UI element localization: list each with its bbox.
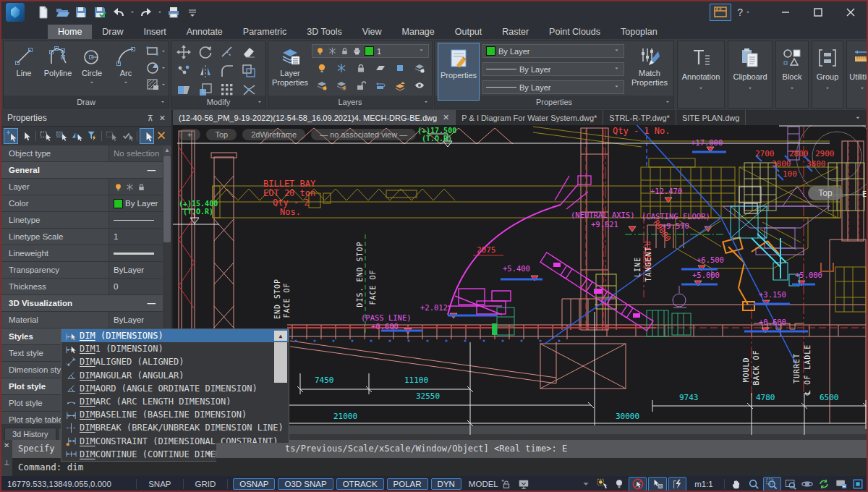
sel-prev-button[interactable]	[104, 128, 119, 144]
sel-pointer-button[interactable]	[19, 128, 33, 144]
toggle-osnap[interactable]: OSNAP	[233, 478, 275, 490]
ribbon-tab-output[interactable]: Output	[445, 25, 493, 39]
sel-crossing-button[interactable]	[54, 128, 69, 144]
document-tab-4[interactable]: SITE PLAN.dwg	[676, 110, 746, 125]
section-header-3d-visualization[interactable]: 3D Visualization—	[1, 295, 163, 312]
layer-select[interactable]: 1	[312, 44, 429, 58]
document-tab-2[interactable]: P & I Diagram For Water System.dwg*	[456, 110, 603, 125]
ribbon-tab-annotate[interactable]: Annotate	[176, 25, 233, 39]
modify-fillet-button[interactable]	[216, 62, 238, 80]
autocomplete-item[interactable]: DIMBASELINE (BASELINE DIMENSION)	[61, 408, 289, 421]
property-value[interactable]: 0	[109, 279, 163, 294]
display-save-button[interactable]	[833, 478, 848, 491]
chevron-down-icon[interactable]	[422, 98, 430, 107]
layer-tool-stack-snowflake-button[interactable]	[331, 77, 351, 94]
chevron-down-icon[interactable]	[159, 98, 166, 107]
sel-new-button[interactable]	[4, 128, 18, 144]
toggle-grid[interactable]: GRID	[189, 478, 223, 490]
match-properties-button[interactable]: MatchProperties	[627, 41, 672, 87]
ribbon-tab-point-clouds[interactable]: Point Clouds	[539, 25, 610, 39]
property-value[interactable]	[109, 179, 163, 195]
scroll-up-icon[interactable]: ▲	[274, 331, 287, 341]
modify-explode-button[interactable]	[238, 80, 260, 99]
qat-redo-button[interactable]	[137, 4, 155, 21]
layer-tool-stack-move-button[interactable]	[390, 77, 409, 94]
qat-print-button[interactable]	[165, 4, 182, 21]
property-value[interactable]: ByLayer	[109, 312, 163, 328]
autocomplete-item[interactable]: DIMAORD (ANGLE ORDINATE DIMENSION)	[61, 382, 289, 395]
chevron-down-icon[interactable]	[664, 98, 671, 107]
modify-move-button[interactable]	[173, 43, 195, 62]
zoom-button[interactable]	[746, 478, 761, 491]
collapse-icon[interactable]: —	[148, 295, 163, 311]
modify-offset-button[interactable]	[238, 62, 260, 80]
color-select[interactable]: By Layer	[482, 44, 624, 58]
bulb-status-button[interactable]	[612, 478, 627, 491]
qat-save-button[interactable]	[72, 4, 90, 21]
viewport-add-button[interactable]: +	[179, 129, 200, 140]
scroll-down-icon[interactable]: ▼	[203, 448, 215, 459]
hatch-button[interactable]	[145, 77, 167, 92]
layer-tool-stack-bulb-orange-button[interactable]	[312, 77, 331, 94]
group-panel[interactable]: Group	[812, 41, 843, 109]
section-header-general[interactable]: General—	[1, 162, 163, 179]
ribbon-tab-draw[interactable]: Draw	[92, 25, 133, 39]
modify-scale-button[interactable]	[195, 80, 216, 99]
zoom-region-button[interactable]	[783, 478, 798, 491]
lock-position-icon[interactable]	[499, 478, 514, 491]
ribbon-tab-home[interactable]: Home	[48, 25, 92, 39]
close-icon[interactable]: ✕	[443, 113, 449, 122]
autocomplete-item[interactable]: DIM1 (DIMENSION)	[61, 342, 289, 355]
qat-undo-caret-icon[interactable]	[129, 4, 136, 21]
properties-button[interactable]: Properties	[438, 43, 480, 101]
modify-erase-button[interactable]	[238, 43, 260, 62]
workspace-icon[interactable]	[710, 4, 731, 21]
autocomplete-item[interactable]: DIMARC (ARC LENGTH DIMENSION)	[61, 395, 289, 408]
qat-more-button[interactable]	[184, 4, 201, 21]
lineweight-select[interactable]: By Layer	[482, 80, 624, 94]
layer-tool-plane-button[interactable]	[370, 59, 390, 77]
draw-circle-button[interactable]: Circle	[76, 41, 108, 86]
doc-tabs-overflow-caret[interactable]	[854, 110, 867, 125]
viewport-view-label[interactable]: Top	[206, 129, 237, 140]
display-settings-icon[interactable]	[516, 478, 531, 491]
utilities-panel[interactable]: Utilities	[846, 41, 868, 109]
close-button[interactable]	[834, 1, 867, 23]
cancel-button[interactable]	[155, 128, 169, 144]
property-value[interactable]	[109, 212, 163, 228]
property-value[interactable]: By Layer	[109, 195, 163, 211]
modify-array-button[interactable]	[216, 80, 238, 99]
block-panel[interactable]: Block	[775, 41, 809, 109]
property-value[interactable]: ByLayer	[109, 262, 163, 278]
sel-check-button[interactable]	[119, 128, 134, 144]
layer-tool-eye-button[interactable]	[409, 77, 429, 94]
qat-undo-button[interactable]	[110, 4, 127, 21]
annotation-scale-label[interactable]: m1:1	[694, 480, 713, 488]
regen-button[interactable]	[817, 478, 832, 491]
autocomplete-item[interactable]: DIM (DIMENSIONS)	[61, 329, 289, 342]
autocomplete-item[interactable]: DIMBREAK (BREAK/UNBREAK DIMENSION LINE)	[61, 421, 289, 434]
pan-hand-button[interactable]	[729, 478, 744, 491]
qat-open-folder-button[interactable]	[54, 4, 71, 21]
rectangle-button[interactable]	[145, 44, 167, 59]
selection-off-button[interactable]	[629, 477, 647, 491]
layer-tool-snowflake-blue-button[interactable]	[331, 59, 351, 77]
scroll-thumb[interactable]	[163, 156, 171, 242]
modify-trim-button[interactable]	[216, 43, 238, 62]
layer-properties-button[interactable]: LayerProperties	[271, 41, 309, 87]
toggle-dyn[interactable]: DYN	[431, 478, 461, 490]
ribbon-tab-raster[interactable]: Raster	[492, 25, 539, 39]
layer-tool-stack-return-button[interactable]	[370, 77, 390, 94]
minimize-button[interactable]	[769, 1, 801, 23]
modify-rotate-button[interactable]	[195, 43, 216, 62]
property-value[interactable]: 1	[109, 229, 163, 245]
help-caret-icon[interactable]	[744, 4, 752, 21]
maximize-button[interactable]	[801, 1, 834, 23]
ribbon-tab-manage[interactable]: Manage	[392, 25, 445, 39]
qat-save-as-button[interactable]	[91, 4, 109, 21]
zoom-window-button[interactable]	[763, 477, 781, 491]
close-icon[interactable]: ✕	[4, 441, 9, 449]
layer-tool-lock-button[interactable]	[351, 59, 370, 77]
context-cursor-button[interactable]	[648, 477, 666, 491]
collapse-icon[interactable]: —	[148, 162, 163, 178]
